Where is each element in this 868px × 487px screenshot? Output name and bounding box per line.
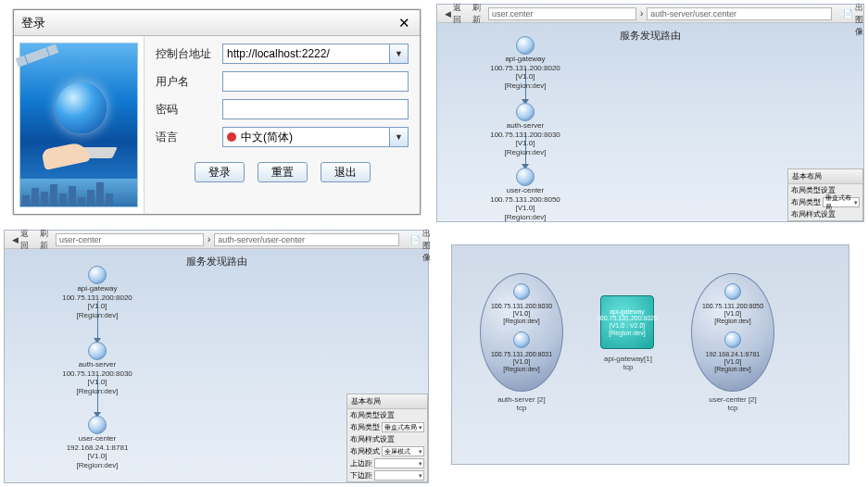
cluster-caption: user-center [2]tcp: [691, 395, 774, 412]
language-value: 中文(简体): [241, 130, 293, 145]
reset-button[interactable]: 重置: [258, 162, 308, 182]
login-title: 登录: [21, 15, 45, 31]
login-titlebar: 登录 ✕: [14, 10, 420, 36]
node-user-center[interactable]: user-center 192.168.24.1:8781 [V1.0] [Re…: [68, 416, 127, 469]
console-addr-value: http://localhost:2222/: [227, 47, 330, 60]
layout-type-select[interactable]: 垂直式布局: [382, 422, 424, 432]
properties-panel: 基本布局 布局类型设置 布局类型 垂直式布局 布局样式设置 布局模式 全屏模式 …: [346, 393, 428, 482]
props-title: 基本布局: [788, 169, 862, 184]
node-user-center[interactable]: user-center 100.75.131.200:8050 [V1.0] […: [497, 168, 553, 221]
chevron-down-icon[interactable]: ▼: [389, 44, 408, 63]
close-icon[interactable]: ✕: [396, 15, 412, 31]
address-bar-2[interactable]: auth-server/user-center: [214, 233, 399, 246]
server-icon: [88, 342, 107, 360]
server-icon: [88, 266, 107, 284]
node-auth-server[interactable]: auth-server 100.75.131.200:8030 [V1.0] […: [68, 342, 127, 395]
language-combo[interactable]: 中文(简体) ▼: [222, 127, 409, 147]
breadcrumb-sep: ›: [208, 234, 210, 244]
console-addr-combo[interactable]: http://localhost:2222/ ▼: [222, 44, 409, 64]
server-icon: [88, 416, 107, 434]
login-illustration: [14, 36, 144, 214]
cluster-user-center[interactable]: 100.75.131.200:8050 [V1.0] [Region:dev] …: [691, 273, 774, 392]
username-label: 用户名: [156, 74, 213, 90]
server-icon: [724, 283, 741, 300]
node-api-gateway-center[interactable]: api-gateway 100.75.131.200:8020 [V1.0 : …: [600, 295, 654, 349]
topology-window-br: 100.75.131.200:8030 [V1.0] [Region:dev] …: [451, 244, 849, 465]
top-margin-input[interactable]: [374, 458, 424, 468]
layout-type-select[interactable]: 垂直式布局: [823, 197, 860, 207]
bottom-margin-input[interactable]: [374, 470, 424, 481]
node-api-gateway[interactable]: api-gateway 100.75.131.200:8020 [V1.0] […: [497, 36, 553, 90]
address-bar-1[interactable]: user-center: [56, 233, 204, 246]
server-icon: [724, 331, 741, 348]
export-button[interactable]: 📄 导出图像: [407, 233, 433, 246]
server-icon: [516, 103, 535, 121]
toolbar: ◀ 返回 刷新 user-center › auth-server/user-c…: [5, 231, 428, 249]
breadcrumb-sep: ›: [640, 8, 643, 19]
chevron-down-icon[interactable]: ▼: [389, 128, 408, 146]
topology-window-bl: ◀ 返回 刷新 user-center › auth-server/user-c…: [4, 230, 429, 483]
server-icon: [513, 283, 530, 300]
topology-window-tr: ◀ 返回 刷新 user.center › auth-server/user.c…: [436, 4, 864, 222]
language-label: 语言: [156, 130, 213, 145]
back-button[interactable]: ◀ 返回: [8, 233, 32, 246]
properties-panel: 基本布局 布局类型设置 布局类型 垂直式布局 布局样式设置: [787, 169, 863, 221]
address-bar-2[interactable]: auth-server/user.center: [647, 7, 832, 20]
node-api-gateway[interactable]: api-gateway 100.75.131.200:8020 [V1.0] […: [68, 266, 127, 319]
layout-mode-select[interactable]: 全屏模式: [382, 446, 424, 456]
center-caption: api-gateway[1]tcp: [591, 355, 665, 371]
refresh-button[interactable]: 刷新: [469, 7, 484, 20]
server-icon: [513, 331, 530, 348]
login-button[interactable]: 登录: [195, 162, 245, 182]
toolbar: ◀ 返回 刷新 user.center › auth-server/user.c…: [437, 5, 863, 23]
flag-icon: [227, 132, 236, 142]
console-addr-label: 控制台地址: [156, 46, 213, 62]
login-window: 登录 ✕: [13, 9, 421, 215]
password-label: 密码: [156, 102, 213, 118]
node-auth-server[interactable]: auth-server 100.75.131.200:8030 [V1.0] […: [497, 103, 553, 156]
refresh-button[interactable]: 刷新: [36, 233, 52, 246]
address-bar-1[interactable]: user.center: [488, 7, 636, 20]
back-button[interactable]: ◀ 返回: [441, 7, 465, 20]
props-title: 基本布局: [347, 394, 427, 409]
server-icon: [516, 36, 535, 55]
export-button[interactable]: 📄 导出图像: [839, 7, 867, 20]
server-icon: [516, 168, 535, 186]
password-input[interactable]: [222, 99, 409, 119]
cluster-caption: auth-server [2]tcp: [480, 395, 563, 412]
username-input[interactable]: [222, 71, 409, 92]
cluster-auth-server[interactable]: 100.75.131.200:8030 [V1.0] [Region:dev] …: [480, 273, 563, 392]
exit-button[interactable]: 退出: [321, 162, 371, 182]
